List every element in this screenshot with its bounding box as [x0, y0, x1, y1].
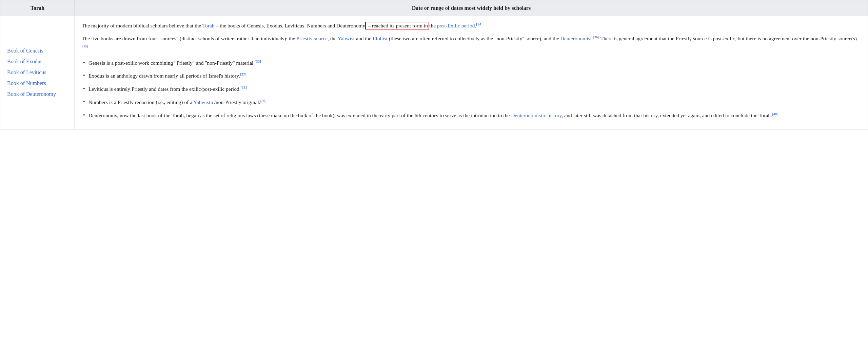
col-header-torah: Torah	[0, 0, 75, 16]
para2-middle2: and the	[355, 36, 373, 41]
bullet-exodus-text: Exodus is an anthology drawn from nearly…	[88, 73, 240, 79]
list-item-numbers: Numbers is a Priestly redaction (i.e., e…	[82, 96, 861, 109]
paragraph-1: The majority of modern biblical scholars…	[82, 21, 861, 30]
bullet-deut-text-after: , and later still was detached from that…	[562, 112, 772, 118]
bullet-leviticus-text: Leviticus is entirely Priestly and dates…	[88, 86, 241, 92]
ref-39[interactable]: [39]	[260, 99, 267, 103]
list-item-leviticus: Leviticus is entirely Priestly and dates…	[82, 82, 861, 96]
link-deuteronomistic-history[interactable]: Deuteronomistic history	[511, 112, 561, 118]
main-table: Torah Date or range of dates most widely…	[0, 0, 868, 129]
link-book-of-deuteronomy[interactable]: Book of Deuteronomy	[7, 89, 68, 100]
dates-description-cell: The majority of modern biblical scholars…	[75, 16, 868, 129]
ref-24[interactable]: [24]	[476, 22, 482, 26]
ref-36c[interactable]: [36]	[255, 59, 261, 63]
link-priestly-source[interactable]: Priestly source	[296, 36, 328, 41]
link-book-of-leviticus[interactable]: Book of Leviticus	[7, 67, 68, 78]
list-item-deuteronomy: Deuteronomy, now the last book of the To…	[82, 109, 861, 122]
ref-36b[interactable]: [36]	[82, 44, 88, 48]
link-deuteronomist[interactable]: Deuteronomist	[560, 36, 592, 41]
para2-middle1: , the	[328, 36, 338, 41]
link-torah[interactable]: Torah	[202, 23, 215, 28]
bullet-list: Genesis is a post-exilic work combining …	[82, 56, 861, 122]
bullet-numbers-text-before: Numbers is a Priestly redaction (i.e., e…	[88, 99, 193, 105]
bullet-numbers-text-after: /non-Priestly original.	[214, 99, 260, 105]
para2-end: There is general agreement that the Prie…	[599, 36, 858, 41]
ref-37[interactable]: [37]	[240, 72, 246, 76]
link-book-of-exodus[interactable]: Book of Exodus	[7, 56, 68, 67]
paragraph-2: The five books are drawn from four "sour…	[82, 34, 861, 52]
para1-text-before: The majority of modern biblical scholars…	[82, 23, 202, 28]
link-yahwistic[interactable]: Yahwistic	[193, 99, 214, 105]
link-yahwist[interactable]: Yahwist	[338, 36, 355, 41]
link-book-of-numbers[interactable]: Book of Numbers	[7, 78, 68, 89]
para2-before: The five books are drawn from four "sour…	[82, 36, 296, 41]
list-item-exodus: Exodus is an anthology drawn from nearly…	[82, 69, 861, 82]
torah-books-cell: Book of Genesis Book of Exodus Book of L…	[0, 16, 75, 129]
ref-40[interactable]: [40]	[772, 112, 778, 116]
para1-after: the	[429, 23, 437, 28]
list-item-genesis: Genesis is a post-exilic work combining …	[82, 56, 861, 69]
highlight-reached-form: – reached its present form in	[365, 22, 429, 29]
link-book-of-genesis[interactable]: Book of Genesis	[7, 45, 68, 56]
ref-38[interactable]: [38]	[241, 85, 247, 89]
link-elohist[interactable]: Elohist	[373, 36, 388, 41]
para1-middle: – the books of Genesis, Exodus, Leviticu…	[215, 23, 366, 28]
col-header-dates: Date or range of dates most widely held …	[75, 0, 868, 16]
link-post-exilic[interactable]: post-Exilic period	[437, 23, 475, 28]
para2-middle3: (these two are often referred to collect…	[388, 36, 560, 41]
table-row: Book of Genesis Book of Exodus Book of L…	[0, 16, 868, 129]
bullet-genesis-text: Genesis is a post-exilic work combining …	[88, 60, 255, 66]
bullet-deut-text-before: Deuteronomy, now the last book of the To…	[88, 112, 511, 118]
ref-36a[interactable]: [36]	[593, 35, 599, 39]
